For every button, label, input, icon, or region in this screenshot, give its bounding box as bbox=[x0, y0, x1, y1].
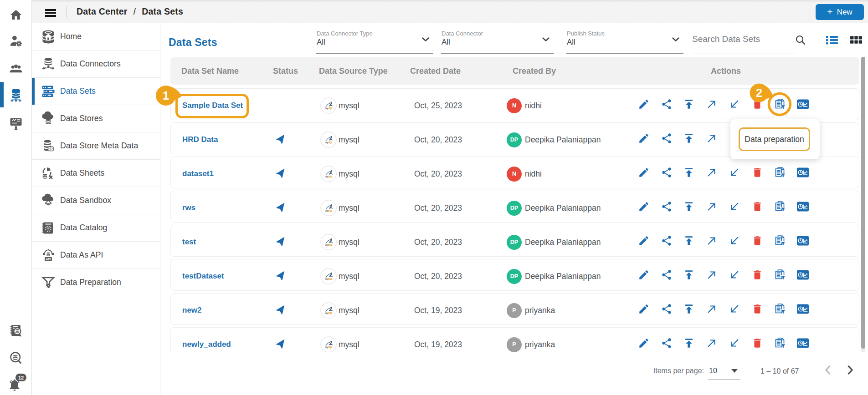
svg-text:1: 1 bbox=[163, 89, 169, 102]
svg-text:2: 2 bbox=[756, 86, 762, 99]
svg-text:</>: </> bbox=[48, 147, 53, 150]
svg-text:API: API bbox=[46, 257, 51, 260]
